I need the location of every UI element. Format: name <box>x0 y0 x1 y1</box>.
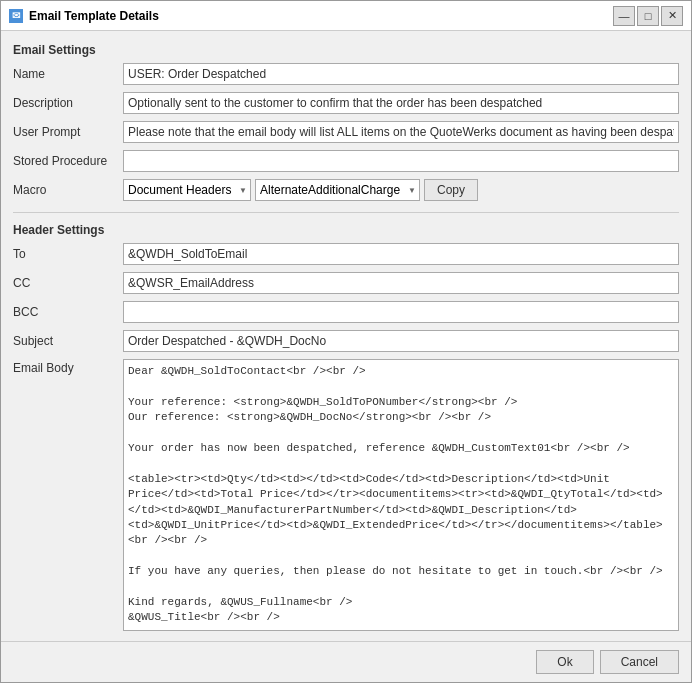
user-prompt-row: User Prompt <box>13 121 679 143</box>
cc-row: CC <box>13 272 679 294</box>
footer: Ok Cancel <box>1 641 691 682</box>
separator1 <box>13 212 679 213</box>
subject-row: Subject <box>13 330 679 352</box>
email-body-row: Email Body Dear &QWDH_SoldToContact<br /… <box>13 359 679 631</box>
window-title: Email Template Details <box>29 9 159 23</box>
bcc-input[interactable] <box>123 301 679 323</box>
minimize-button[interactable]: — <box>613 6 635 26</box>
macro-dropdown2[interactable]: AlternateAdditionalCharge DocNo SoldToEm… <box>255 179 420 201</box>
macro-dropdown1-wrapper: Document Headers Document Items Document… <box>123 179 251 201</box>
email-body-textarea[interactable]: Dear &QWDH_SoldToContact<br /><br /> You… <box>123 359 679 631</box>
to-label: To <box>13 247 123 261</box>
user-prompt-label: User Prompt <box>13 125 123 139</box>
user-prompt-input[interactable] <box>123 121 679 143</box>
bcc-label: BCC <box>13 305 123 319</box>
email-body-label: Email Body <box>13 359 123 631</box>
cancel-button[interactable]: Cancel <box>600 650 679 674</box>
to-input[interactable] <box>123 243 679 265</box>
to-row: To <box>13 243 679 265</box>
header-settings-section-label: Header Settings <box>13 223 679 237</box>
name-row: Name <box>13 63 679 85</box>
title-bar-buttons: — □ ✕ <box>613 6 683 26</box>
description-row: Description <box>13 92 679 114</box>
email-template-details-window: ✉ Email Template Details — □ ✕ Email Set… <box>0 0 692 683</box>
macro-dropdown1[interactable]: Document Headers Document Items Document… <box>123 179 251 201</box>
content-area: Email Settings Name Description User Pro… <box>1 31 691 641</box>
description-label: Description <box>13 96 123 110</box>
macro-controls: Document Headers Document Items Document… <box>123 179 679 201</box>
stored-procedure-label: Stored Procedure <box>13 154 123 168</box>
name-input[interactable] <box>123 63 679 85</box>
stored-procedure-row: Stored Procedure <box>13 150 679 172</box>
close-button[interactable]: ✕ <box>661 6 683 26</box>
name-label: Name <box>13 67 123 81</box>
maximize-button[interactable]: □ <box>637 6 659 26</box>
cc-input[interactable] <box>123 272 679 294</box>
stored-procedure-input[interactable] <box>123 150 679 172</box>
email-settings-section-label: Email Settings <box>13 43 679 57</box>
macro-row: Macro Document Headers Document Items Do… <box>13 179 679 201</box>
cc-label: CC <box>13 276 123 290</box>
window-icon: ✉ <box>9 9 23 23</box>
title-bar: ✉ Email Template Details — □ ✕ <box>1 1 691 31</box>
subject-label: Subject <box>13 334 123 348</box>
bcc-row: BCC <box>13 301 679 323</box>
ok-button[interactable]: Ok <box>536 650 593 674</box>
title-bar-left: ✉ Email Template Details <box>9 9 159 23</box>
description-input[interactable] <box>123 92 679 114</box>
subject-input[interactable] <box>123 330 679 352</box>
macro-dropdown2-wrapper: AlternateAdditionalCharge DocNo SoldToEm… <box>255 179 420 201</box>
copy-button[interactable]: Copy <box>424 179 478 201</box>
macro-label: Macro <box>13 183 123 197</box>
